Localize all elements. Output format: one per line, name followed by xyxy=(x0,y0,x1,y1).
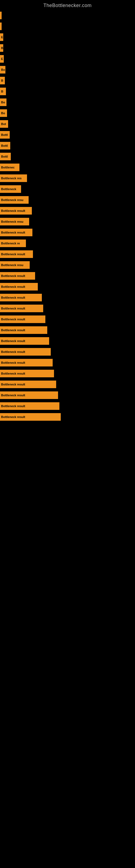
bar-row: Bottleneck result xyxy=(0,249,135,259)
bar-label: Bottleneck resu xyxy=(0,196,29,204)
bar-row: Bottleneck resu xyxy=(0,194,135,205)
bar-row: Bottl xyxy=(0,140,135,151)
bar-label: E xyxy=(0,55,4,63)
bar-row: Bottleneck res xyxy=(0,173,135,184)
bar-row xyxy=(0,21,135,32)
bar-label: Bottleneck result xyxy=(0,370,54,377)
bar-row: Bottleneck result xyxy=(0,314,135,325)
bar-row: Bottleneck result xyxy=(0,281,135,292)
bar-row: Bo xyxy=(0,108,135,119)
bar-row: Bottleneck result xyxy=(0,271,135,281)
bar-label: Bo xyxy=(0,66,5,73)
bar-label: Bottleneck result xyxy=(0,272,35,280)
bar-label: Bottleneck result xyxy=(0,294,42,301)
bar-row: E xyxy=(0,32,135,42)
bar-row: B xyxy=(0,86,135,97)
bar-label xyxy=(0,12,2,19)
bar-label: Bottleneck res xyxy=(0,175,27,182)
bar-row: Bo xyxy=(0,97,135,108)
site-title: TheBottlenecker.com xyxy=(43,1,92,10)
bar-row: Bottleneck result xyxy=(0,227,135,238)
bar-label: Bottleneck result xyxy=(0,326,47,334)
bar-label: Bottleneck result xyxy=(0,337,49,345)
bar-row: Bottleneck result xyxy=(0,368,135,379)
bars-container: EBEBoBBBoBoBotBottlBottlBottlBottlenecBo… xyxy=(0,10,135,422)
bar-label: Bottleneck result xyxy=(0,402,59,410)
bar-row: Bottl xyxy=(0,151,135,162)
bar-row: Bottleneck result xyxy=(0,303,135,314)
bar-label: Bottleneck result xyxy=(0,380,56,388)
bar-label: Bottleneck result xyxy=(0,229,32,236)
bar-label: Bottlenec xyxy=(0,163,19,171)
bar-label: B xyxy=(0,88,6,95)
bar-label: Bottleneck result xyxy=(0,413,61,421)
bar-label: B xyxy=(0,44,3,52)
bar-label: Bottleneck xyxy=(0,185,21,193)
bar-label: Bottleneck result xyxy=(0,305,43,312)
bar-row: Bottleneck result xyxy=(0,292,135,303)
bar-label: Bottleneck result xyxy=(0,315,45,323)
bar-label: Bottl xyxy=(0,153,11,160)
bar-row: Bottleneck re xyxy=(0,238,135,249)
bar-row: Bottleneck resu xyxy=(0,259,135,271)
bar-label: B xyxy=(0,77,5,84)
bar-row: Bottleneck resu xyxy=(0,216,135,227)
bar-row: Bottleneck result xyxy=(0,346,135,357)
bar-row xyxy=(0,10,135,21)
bar-row: Bottleneck result xyxy=(0,390,135,401)
bar-label: Bottleneck resu xyxy=(0,218,29,225)
bar-row: Bottleneck result xyxy=(0,411,135,422)
bar-label: Bottleneck result xyxy=(0,250,33,258)
site-title-container: TheBottlenecker.com xyxy=(0,0,135,10)
bar-row: Bottl xyxy=(0,129,135,140)
bar-label: Bottl xyxy=(0,142,10,150)
bar-label: Bottleneck result xyxy=(0,348,51,355)
bar-label: Bo xyxy=(0,109,7,117)
bar-label: Bottleneck resu xyxy=(0,261,30,269)
bar-row: Bottlenec xyxy=(0,162,135,173)
bar-label: Bottl xyxy=(0,131,10,138)
bar-label: Bot xyxy=(0,120,8,128)
bar-row: B xyxy=(0,75,135,86)
bar-row: Bot xyxy=(0,119,135,129)
bar-label: Bottleneck result xyxy=(0,207,32,215)
bar-row: Bottleneck result xyxy=(0,205,135,216)
bar-label: Bo xyxy=(0,98,6,106)
bar-row: Bottleneck result xyxy=(0,336,135,346)
bar-label: Bottleneck result xyxy=(0,359,53,367)
bar-row: Bottleneck result xyxy=(0,357,135,368)
bar-row: B xyxy=(0,42,135,54)
bar-label xyxy=(0,23,2,30)
bar-row: Bottleneck result xyxy=(0,379,135,390)
bar-row: Bo xyxy=(0,64,135,75)
bar-row: Bottleneck xyxy=(0,184,135,194)
bar-label: E xyxy=(0,33,3,41)
bar-label: Bottleneck re xyxy=(0,240,26,247)
bar-row: Bottleneck result xyxy=(0,401,135,411)
bar-row: Bottleneck result xyxy=(0,325,135,336)
bar-label: Bottleneck result xyxy=(0,283,38,290)
bar-row: E xyxy=(0,54,135,64)
bar-label: Bottleneck result xyxy=(0,392,58,399)
